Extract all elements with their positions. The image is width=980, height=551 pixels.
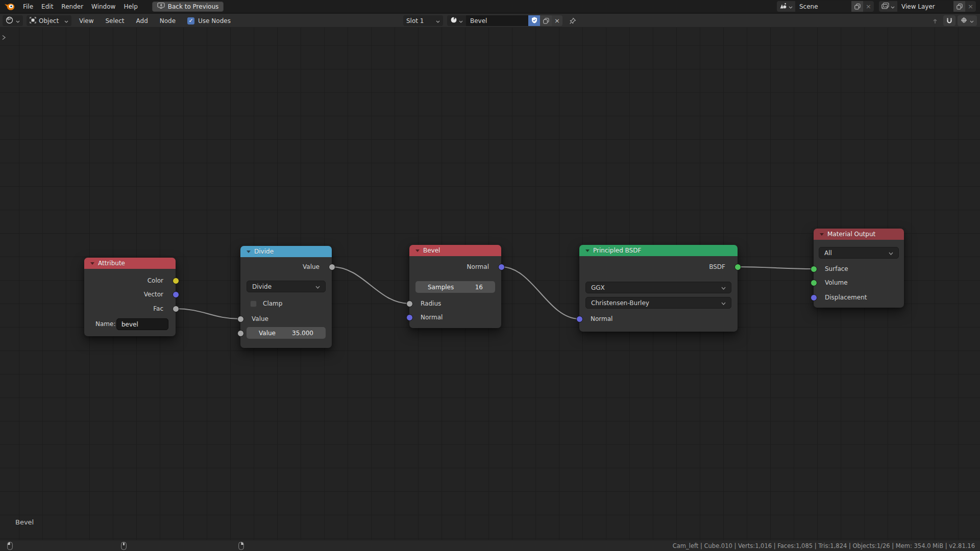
node-title: Principled BSDF [593,247,641,254]
view-layer-name[interactable]: View Layer [897,1,953,12]
socket-input-normal[interactable] [576,316,583,322]
middle-mouse-icon [121,542,127,551]
menu-node[interactable]: Node [156,14,180,28]
node-header[interactable]: Attribute [84,258,176,269]
view-layer-browse-button[interactable] [879,1,897,12]
node-tree-name-overlay: Bevel [15,518,34,526]
menu-add[interactable]: Add [132,14,152,28]
region-corner-chevron-icon[interactable] [2,35,6,42]
clamp-row: Clamp [250,298,282,309]
node-bevel[interactable]: Bevel Normal Samples 16 Radius Normal [409,245,501,328]
socket-input-surface[interactable] [811,266,817,272]
shader-type-dropdown[interactable]: Object [27,15,71,26]
input-row: Volume [825,277,848,288]
back-to-previous-button[interactable]: Back to Previous [152,2,224,12]
socket-input-displacement[interactable] [811,294,817,301]
go-to-parent-node-tree-icon[interactable] [929,15,941,26]
material-icon [450,16,457,25]
chevron-down-icon [721,284,726,291]
collapse-arrow-icon[interactable] [415,249,420,252]
socket-output-color[interactable] [173,278,179,284]
chevron-down-icon [459,17,463,24]
node-material-output[interactable]: Material Output All Surface Volume Displ… [814,229,904,308]
collapse-arrow-icon[interactable] [820,233,824,236]
snap-target-dropdown[interactable] [958,15,977,26]
pin-icon[interactable] [567,15,579,26]
scene-browse-button[interactable] [777,1,795,12]
topbar: File Edit Render Window Help Back to Pre… [0,0,980,13]
chevron-down-icon [891,3,895,10]
attribute-name-input[interactable]: bevel [116,318,168,330]
clamp-checkbox[interactable] [250,300,257,307]
snap-grid-icon [961,17,967,25]
view-layer-new-copy-button[interactable] [953,1,965,12]
material-name-field[interactable]: Bevel [466,15,528,26]
snapping-magnet-icon[interactable] [943,15,955,26]
material-unlink-button[interactable]: × [552,15,562,26]
back-screen-icon [157,3,165,10]
shader-editor-header: Object View Select Add Node ✓ Use Nodes … [0,14,980,28]
socket-input-radius[interactable] [406,300,413,307]
socket-input-value-1[interactable] [237,316,244,322]
node-attribute[interactable]: Attribute Color Vector Fac Name: bevel [84,258,176,336]
menu-file[interactable]: File [19,0,37,13]
socket-output-vector[interactable] [173,291,179,298]
value-slider[interactable]: Value 35.000 [247,327,326,339]
node-title: Material Output [827,231,875,238]
menu-view[interactable]: View [75,14,97,28]
node-principled-bsdf[interactable]: Principled BSDF BSDF GGX Christensen-Bur… [579,245,738,332]
subsurface-method-dropdown[interactable]: Christensen-Burley [585,297,731,309]
input-row: Normal [421,312,443,323]
collapse-arrow-icon[interactable] [90,262,94,265]
socket-output-bsdf[interactable] [734,264,741,270]
socket-input-value-2[interactable] [237,330,244,337]
scene-selector[interactable]: Scene × [777,1,874,12]
socket-output-fac[interactable] [173,306,179,312]
shield-icon [531,17,537,25]
menu-render[interactable]: Render [57,0,87,13]
material-copy-button[interactable] [540,15,552,26]
view-layer-selector[interactable]: View Layer × [879,1,976,12]
editor-type-button[interactable] [3,15,23,26]
socket-output-normal[interactable] [498,264,505,270]
chevron-down-icon [970,17,974,24]
node-header[interactable]: Principled BSDF [579,245,738,256]
scene-new-copy-button[interactable] [851,1,863,12]
scene-unlink-button[interactable]: × [863,1,874,12]
material-browse-button[interactable] [447,15,466,26]
chevron-down-icon [721,299,726,307]
use-nodes-checkbox[interactable]: ✓ [187,17,194,24]
menu-select[interactable]: Select [101,14,128,28]
node-header[interactable]: Material Output [814,229,904,240]
name-label: Name: [95,318,115,330]
node-title: Attribute [98,260,125,267]
statusbar: Cam_left | Cube.010 | Verts:1,016 | Face… [0,540,980,551]
slot-dropdown[interactable]: Slot 1 [403,15,443,26]
output-target-dropdown[interactable]: All [819,247,899,259]
socket-input-normal[interactable] [406,314,413,321]
collapse-arrow-icon[interactable] [247,251,251,253]
menu-edit[interactable]: Edit [37,0,57,13]
blender-logo-icon[interactable] [4,2,15,11]
socket-output-value[interactable] [329,264,335,270]
output-row: BSDF [709,261,725,272]
math-operation-dropdown[interactable]: Divide [247,281,326,292]
output-row: Vector [144,289,163,300]
menu-window[interactable]: Window [87,0,119,13]
chevron-down-icon [436,17,440,24]
samples-field[interactable]: Samples 16 [415,281,495,293]
node-divide[interactable]: Divide Value Divide Clamp Value Value 35… [240,246,332,348]
use-nodes-label: Use Nodes [198,17,231,24]
view-layer-remove-button[interactable]: × [965,1,976,12]
scene-name[interactable]: Scene [795,1,851,12]
scene-statistics: Cam_left | Cube.010 | Verts:1,016 | Face… [673,540,975,551]
menu-help[interactable]: Help [119,0,141,13]
output-row: Value [303,261,320,272]
node-header[interactable]: Bevel [409,245,501,256]
shader-editor-icon [6,16,13,26]
node-header[interactable]: Divide [240,246,332,257]
fake-user-toggle[interactable] [528,15,540,26]
collapse-arrow-icon[interactable] [585,249,590,252]
distribution-dropdown[interactable]: GGX [585,282,731,293]
socket-input-volume[interactable] [811,280,817,286]
